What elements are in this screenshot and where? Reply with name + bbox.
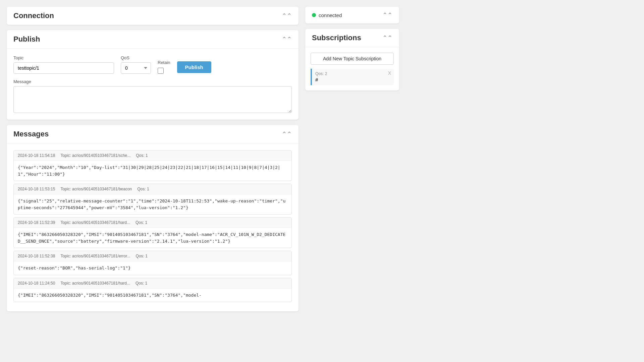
message-item: 2024-10-18 11:52:38Topic: acrios/9014051… (13, 251, 292, 275)
retain-checkbox[interactable] (158, 68, 164, 74)
message-timestamp: 2024-10-18 11:52:39 (18, 220, 55, 225)
message-content: {"IMEI":"863266050328320","IMSI":"901405… (14, 228, 291, 248)
message-qos: Qos: 1 (137, 187, 149, 191)
message-meta: 2024-10-18 11:54:18Topic: acrios/9014051… (14, 150, 291, 161)
message-timestamp: 2024-10-18 11:52:38 (18, 254, 55, 258)
subscriptions-body: Add New Topic Subscription Qos: 2#X (305, 47, 399, 90)
message-content: {"Year":"2024","Month":"10","Day-list":"… (14, 161, 291, 181)
qos-label: QoS (121, 55, 151, 60)
message-item: 2024-10-18 11:52:39Topic: acrios/9014051… (13, 217, 292, 248)
message-meta: 2024-10-18 11:24:50Topic: acrios/9014051… (14, 278, 291, 289)
message-timestamp: 2024-10-18 11:54:18 (18, 153, 55, 158)
topic-label: Topic (13, 55, 114, 60)
message-topic: Topic: acrios/901405103467181/sche... (60, 153, 130, 158)
message-topic: Topic: acrios/901405103467181/hard... (60, 281, 130, 286)
message-label: Message (13, 79, 292, 84)
publish-collapse-icon[interactable]: ⌃⌃ (282, 36, 292, 43)
topic-input[interactable] (13, 62, 114, 74)
publish-button[interactable]: Publish (177, 61, 211, 73)
messages-list: 2024-10-18 11:54:18Topic: acrios/9014051… (13, 150, 292, 305)
retain-label: Retain (158, 60, 170, 65)
message-timestamp: 2024-10-18 11:24:50 (18, 281, 55, 286)
connection-collapse-icon[interactable]: ⌃⌃ (282, 12, 292, 19)
status-collapse-icon[interactable]: ⌃⌃ (382, 11, 392, 19)
qos-field-group: QoS 0 1 2 (121, 55, 151, 74)
message-content: {"reset-reason":"BOR","has-serial-log":"… (14, 261, 291, 275)
connection-title: Connection (13, 11, 54, 20)
messages-collapse-icon[interactable]: ⌃⌃ (282, 130, 292, 138)
message-topic: Topic: acrios/901405103467181/hard... (60, 220, 130, 225)
subscriptions-card: Subscriptions ⌃⌃ Add New Topic Subscript… (305, 29, 399, 90)
message-topic: Topic: acrios/901405103467181/error... (60, 254, 130, 258)
publish-card: Publish ⌃⌃ Topic QoS 0 1 (7, 30, 299, 120)
messages-body: 2024-10-18 11:54:18Topic: acrios/9014051… (7, 143, 299, 311)
message-meta: 2024-10-18 11:52:38Topic: acrios/9014051… (14, 251, 291, 261)
message-textarea[interactable] (13, 86, 292, 113)
message-qos: Qos: 1 (136, 254, 148, 258)
messages-card: Messages ⌃⌃ 2024-10-18 11:54:18Topic: ac… (7, 125, 299, 311)
status-bar: connected ⌃⌃ (305, 7, 399, 23)
message-content: {"signal":"25","relative-message-counter… (14, 194, 291, 214)
publish-body: Topic QoS 0 1 2 Retain (7, 49, 299, 120)
connection-bar: Connection ⌃⌃ (7, 7, 299, 25)
subscriptions-list: Qos: 2#X (311, 69, 394, 85)
retain-field-group: Retain (158, 60, 170, 74)
message-qos: Qos: 1 (136, 220, 147, 225)
status-dot (312, 13, 316, 17)
status-indicator: connected (312, 12, 342, 18)
qos-select[interactable]: 0 1 2 (121, 62, 151, 74)
message-meta: 2024-10-18 11:53:15Topic: acrios/9014051… (14, 184, 291, 194)
add-subscription-button[interactable]: Add New Topic Subscription (311, 53, 394, 65)
subscriptions-collapse-icon[interactable]: ⌃⌃ (382, 34, 392, 42)
messages-header: Messages ⌃⌃ (7, 125, 299, 143)
message-field-group: Message (13, 79, 292, 113)
publish-title: Publish (13, 35, 40, 44)
messages-title: Messages (13, 130, 49, 138)
subscriptions-title: Subscriptions (312, 34, 361, 42)
message-topic: Topic: acrios/901405103467181/beacon (60, 187, 132, 191)
subscription-qos: Qos: 2 (315, 71, 390, 76)
subscription-close-button[interactable]: X (388, 71, 391, 75)
message-item: 2024-10-18 11:54:18Topic: acrios/9014051… (13, 150, 292, 181)
message-qos: Qos: 1 (136, 281, 147, 286)
subscription-topic: # (315, 77, 390, 82)
subscriptions-header: Subscriptions ⌃⌃ (305, 29, 399, 47)
message-meta: 2024-10-18 11:52:39Topic: acrios/9014051… (14, 218, 291, 228)
message-item: 2024-10-18 11:53:15Topic: acrios/9014051… (13, 184, 292, 215)
message-timestamp: 2024-10-18 11:53:15 (18, 187, 55, 191)
message-content: {"IMEI":"863266050328320","IMSI":"901405… (14, 289, 291, 302)
subscription-item: Qos: 2#X (311, 69, 394, 85)
publish-header: Publish ⌃⌃ (7, 30, 299, 49)
message-qos: Qos: 1 (136, 153, 148, 158)
topic-field-group: Topic (13, 55, 114, 74)
message-item: 2024-10-18 11:24:50Topic: acrios/9014051… (13, 278, 292, 302)
status-text: connected (319, 12, 342, 18)
